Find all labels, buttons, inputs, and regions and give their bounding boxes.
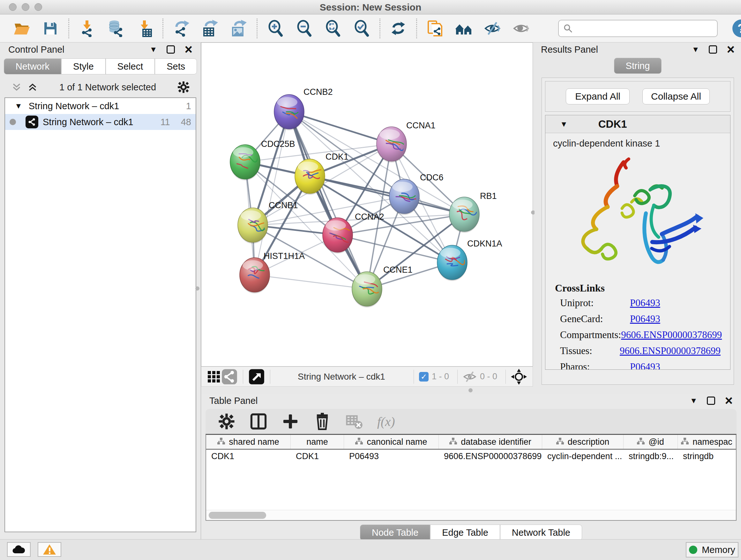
scrollbar-thumb[interactable] bbox=[209, 512, 266, 519]
collapse-all-chevron-icon[interactable] bbox=[11, 81, 22, 93]
table-cell[interactable]: 9606.ENSP00000378699 bbox=[439, 449, 542, 464]
graph-node-CCNA1[interactable] bbox=[377, 127, 407, 163]
column-header-name[interactable]: name bbox=[291, 435, 344, 449]
collection-expand-icon[interactable]: ▼ bbox=[15, 102, 22, 110]
graph-node-RB1[interactable] bbox=[449, 197, 479, 233]
crosslink-link[interactable]: 9606.ENSP00000378699 bbox=[621, 329, 722, 341]
network-collection-row[interactable]: ▼ String Network – cdk1 1 bbox=[5, 98, 196, 114]
hide-panel-eye-icon[interactable] bbox=[483, 19, 501, 37]
export-table-icon[interactable] bbox=[201, 19, 219, 37]
panel-close-icon[interactable]: × bbox=[727, 45, 735, 54]
bottom-splitter-handle[interactable] bbox=[468, 388, 473, 392]
export-network-icon[interactable] bbox=[172, 19, 190, 37]
refresh-icon[interactable] bbox=[389, 19, 407, 37]
import-network-file-icon[interactable] bbox=[78, 19, 96, 37]
column-header-database-identifier[interactable]: database identifier bbox=[439, 435, 542, 449]
graph-edge-CCNB2-CCNE1[interactable] bbox=[289, 112, 367, 289]
column-header-shared-name[interactable]: shared name bbox=[206, 435, 291, 449]
table-cell[interactable]: stringdb bbox=[678, 449, 736, 464]
import-network-database-icon[interactable] bbox=[107, 19, 125, 37]
horizontal-scrollbar[interactable] bbox=[206, 510, 736, 520]
tab-style[interactable]: Style bbox=[61, 58, 105, 74]
panel-close-icon[interactable]: × bbox=[725, 396, 733, 405]
birds-eye-crosshair-icon[interactable] bbox=[511, 368, 527, 386]
search-box[interactable] bbox=[558, 20, 718, 37]
save-session-icon[interactable] bbox=[42, 19, 59, 37]
protein-section-header[interactable]: ▼ CDK1 bbox=[545, 115, 730, 133]
crosslink-link[interactable]: P06493 bbox=[630, 297, 660, 309]
graph-node-CCNB1[interactable] bbox=[238, 208, 268, 244]
graph-node-CCNE1[interactable] bbox=[352, 272, 382, 307]
table-row[interactable]: CDK1CDK1P064939606.ENSP00000378699cyclin… bbox=[206, 449, 736, 464]
crosslink-link[interactable]: P06493 bbox=[630, 361, 660, 370]
graph-node-CDC6[interactable] bbox=[389, 179, 419, 215]
table-cell[interactable]: cyclin-dependent ... bbox=[542, 449, 623, 464]
table-cell[interactable]: P06493 bbox=[344, 449, 439, 464]
section-collapse-icon[interactable]: ▼ bbox=[560, 120, 568, 128]
graph-node-HIST1H1A[interactable] bbox=[240, 258, 270, 294]
search-input[interactable] bbox=[576, 23, 713, 34]
graph-node-CDK1[interactable] bbox=[295, 159, 325, 195]
select-columns-icon[interactable] bbox=[250, 413, 267, 430]
delete-column-icon[interactable] bbox=[313, 413, 331, 430]
panel-menu-icon[interactable]: ▼ bbox=[692, 46, 699, 53]
column-header-canonical-name[interactable]: canonical name bbox=[344, 435, 439, 449]
crosslink-link[interactable]: P06493 bbox=[630, 313, 660, 325]
column-header-namespac[interactable]: namespac bbox=[678, 435, 736, 449]
tab-network-table[interactable]: Network Table bbox=[500, 524, 582, 541]
cloud-status-button[interactable] bbox=[7, 542, 30, 557]
detach-view-icon[interactable] bbox=[248, 368, 265, 386]
panel-close-icon[interactable]: × bbox=[185, 45, 192, 54]
delete-table-icon[interactable] bbox=[345, 413, 363, 430]
tab-sets[interactable]: Sets bbox=[155, 58, 197, 74]
export-image-icon[interactable] bbox=[230, 19, 248, 37]
add-column-icon[interactable] bbox=[281, 413, 299, 430]
node-table[interactable]: shared namenamecanonical namedatabase id… bbox=[205, 434, 737, 521]
expand-all-chevron-icon[interactable] bbox=[27, 81, 38, 93]
table-cell[interactable]: CDK1 bbox=[206, 449, 291, 464]
graph-edge-HIST1H1A-CCNE1[interactable] bbox=[255, 275, 367, 289]
graph-node-CDKN1A[interactable] bbox=[437, 245, 467, 281]
network-view-mode-icon[interactable] bbox=[221, 368, 238, 386]
tab-network[interactable]: Network bbox=[4, 58, 61, 74]
network-row[interactable]: String Network – cdk1 11 48 bbox=[5, 114, 196, 130]
crosslink-link[interactable]: 9606.ENSP00000378699 bbox=[620, 345, 721, 357]
first-neighbors-icon[interactable] bbox=[426, 19, 444, 37]
column-header--id[interactable]: @id bbox=[623, 435, 678, 449]
panel-menu-icon[interactable]: ▼ bbox=[150, 46, 157, 53]
panel-menu-icon[interactable]: ▼ bbox=[690, 397, 697, 405]
column-header-description[interactable]: description bbox=[542, 435, 623, 449]
graph-node-CDC25B[interactable] bbox=[230, 145, 260, 180]
zoom-in-icon[interactable] bbox=[266, 19, 284, 37]
graph-edge-CCNB2-CCNA1[interactable] bbox=[289, 112, 392, 144]
panel-float-icon[interactable] bbox=[166, 45, 175, 54]
network-canvas[interactable]: CCNB2CCNA1CDC25BCDK1CDC6RB1CCNB1CCNA2CDK… bbox=[201, 43, 533, 367]
tab-edge-table[interactable]: Edge Table bbox=[430, 524, 500, 541]
memory-button[interactable]: Memory bbox=[686, 542, 738, 557]
table-options-gear-icon[interactable] bbox=[218, 413, 235, 430]
table-cell[interactable]: stringdb:9... bbox=[623, 449, 678, 464]
graph-node-CCNA2[interactable] bbox=[323, 218, 353, 253]
network-options-gear-icon[interactable] bbox=[177, 81, 190, 94]
zoom-selected-icon[interactable] bbox=[353, 19, 370, 37]
tab-node-table[interactable]: Node Table bbox=[360, 524, 430, 541]
tab-string[interactable]: String bbox=[614, 58, 662, 74]
home-view-icon[interactable] bbox=[455, 19, 473, 37]
left-splitter-handle[interactable] bbox=[195, 287, 199, 291]
table-cell[interactable]: CDK1 bbox=[291, 449, 344, 464]
grid-view-icon[interactable] bbox=[207, 368, 221, 386]
collapse-all-button[interactable]: Collapse All bbox=[643, 88, 710, 105]
panel-float-icon[interactable] bbox=[709, 45, 717, 54]
function-builder-icon[interactable]: f(x) bbox=[377, 414, 395, 429]
hidden-eye-icon[interactable] bbox=[463, 368, 477, 386]
panel-float-icon[interactable] bbox=[707, 396, 715, 405]
zoom-fit-icon[interactable] bbox=[324, 19, 342, 37]
expand-all-button[interactable]: Expand All bbox=[566, 88, 630, 105]
zoom-out-icon[interactable] bbox=[295, 19, 313, 37]
graph-node-CCNB2[interactable] bbox=[274, 95, 304, 130]
tab-select[interactable]: Select bbox=[106, 58, 155, 74]
warnings-button[interactable] bbox=[38, 542, 61, 557]
import-table-icon[interactable] bbox=[136, 19, 153, 37]
help-icon[interactable]: ? bbox=[732, 19, 741, 37]
open-session-icon[interactable] bbox=[13, 19, 30, 37]
